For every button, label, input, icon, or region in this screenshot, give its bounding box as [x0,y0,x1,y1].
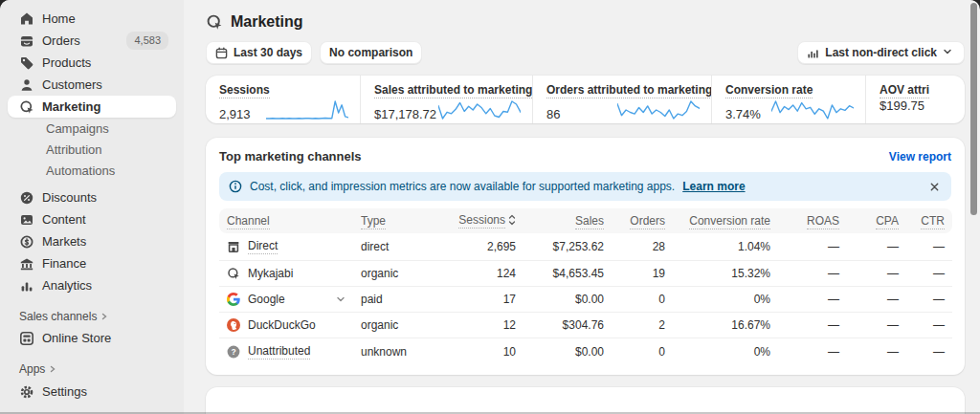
sidebar-item-customers[interactable]: Customers [8,74,176,96]
sort-icon[interactable] [508,214,516,229]
metric-value: 3.74% [725,107,761,121]
sidebar-item-label: Orders [42,33,80,48]
sidebar-item-automations[interactable]: Automations [8,160,176,181]
sidebar-item-discounts[interactable]: Discounts [8,186,176,208]
settings-icon [19,384,34,400]
metric-conversion-rate[interactable]: Conversion rate 3.74% [712,76,866,123]
content-icon [19,212,34,228]
online-store-icon [19,331,34,346]
date-range-button[interactable]: Last 30 days [206,41,312,64]
info-banner: Cost, click, and impression metrics are … [219,172,951,201]
home-icon [19,11,34,27]
chevron-right-icon [49,362,56,376]
sidebar-item-label: Online Store [42,331,111,345]
main-content: Marketing Last 30 days No comparison Las… [184,0,980,414]
column-header-type[interactable]: Type [353,208,447,233]
sidebar-item-label: Automations [46,163,115,178]
duckduckgo-icon [227,318,240,332]
sidebar-item-analytics[interactable]: Analytics [8,274,176,296]
channel-name: Google [248,293,285,306]
top-marketing-channels-card: Top marketing channels View report Cost,… [206,138,965,375]
learn-more-link[interactable]: Learn more [682,180,745,193]
orders-sparkline [617,98,700,121]
view-report-link[interactable]: View report [889,150,951,163]
sidebar-item-orders[interactable]: Orders 4,583 [8,30,176,52]
column-header-sales[interactable]: Sales [523,208,612,233]
chart-icon [807,47,819,59]
calendar-icon [215,47,228,59]
marketing-icon [19,99,34,115]
info-icon [229,180,242,193]
close-icon[interactable] [927,180,942,194]
section-label: Apps [19,362,45,376]
sidebar-item-marketing[interactable]: Marketing [8,96,176,118]
sidebar-item-settings[interactable]: Settings [8,381,176,403]
sidebar-item-label: Analytics [42,278,92,293]
chevron-right-icon [100,310,108,323]
chevron-down-icon[interactable] [336,294,345,304]
sidebar-item-products[interactable]: Products [8,52,176,74]
analytics-icon [19,278,34,294]
sidebar-section-sales-channels[interactable]: Sales channels [8,306,176,327]
table-header-row: Channel Type Sessions Sales Orders Conve… [219,208,952,233]
orders-icon [19,33,34,49]
column-header-ctr[interactable]: CTR [906,208,952,233]
banner-text: Cost, click, and impression metrics are … [250,180,675,193]
sidebar-item-label: Finance [42,256,86,271]
sidebar-item-content[interactable]: Content [8,208,176,230]
discounts-icon [19,190,34,206]
orders-count-badge: 4,583 [126,32,168,50]
sidebar-item-label: Attribution [46,142,102,157]
channel-name: DuckDuckGo [248,318,316,332]
column-header-cpa[interactable]: CPA [847,208,906,233]
chevron-down-icon [943,47,955,59]
metric-aov-attributed[interactable]: AOV attri $199.75 [866,76,965,123]
sidebar-item-label: Markets [42,234,86,249]
sidebar-item-online-store[interactable]: Online Store [8,327,176,349]
channel-name: Unattributed [248,344,310,360]
sidebar-item-label: Home [42,11,76,26]
vertical-scrollbar[interactable] [970,3,977,215]
sidebar-item-attribution[interactable]: Attribution [8,139,176,160]
marketing-icon [206,13,223,31]
sidebar-item-finance[interactable]: Finance [8,252,176,274]
sidebar-item-label: Customers [42,77,102,92]
sidebar-section-apps[interactable]: Apps [8,359,176,380]
sidebar-item-label: Marketing [42,99,100,114]
sidebar-item-campaigns[interactable]: Campaigns [8,118,176,139]
table-row[interactable]: DuckDuckGo organic 12 $304.76 2 16.67% —… [219,313,952,338]
svg-text:?: ? [231,347,235,357]
attribution-model-button[interactable]: Last non-direct click [797,41,965,64]
sidebar-item-label: Campaigns [46,121,109,136]
metric-orders-attributed[interactable]: Orders attributed to marketing 86 [533,76,712,123]
table-row[interactable]: Google paid 17 $0.00 0 0% — — — [219,287,952,313]
metric-value: 86 [546,107,560,121]
next-section-card [206,387,965,414]
channel-name: Direct [248,239,278,254]
section-label: Sales channels [19,310,97,323]
column-header-sessions[interactable]: Sessions [447,208,523,233]
column-header-orders[interactable]: Orders [612,208,673,233]
sidebar-item-markets[interactable]: Markets [8,230,176,252]
table-row[interactable]: Direct direct 2,695 $7,253.62 28 1.04% —… [219,233,952,261]
marketing-icon [227,267,240,280]
table-row[interactable]: Mykajabi organic 124 $4,653.45 19 15.32%… [219,261,952,287]
column-header-roas[interactable]: ROAS [778,208,847,233]
column-header-conversion-rate[interactable]: Conversion rate [673,208,778,233]
card-title: Top marketing channels [219,149,362,163]
sidebar-item-home[interactable]: Home [8,8,176,30]
comparison-button[interactable]: No comparison [320,41,422,64]
page-title: Marketing [231,13,303,31]
metric-sessions[interactable]: Sessions 2,913 [206,76,361,123]
customers-icon [19,77,34,93]
conversion-sparkline [771,98,854,121]
sidebar-item-label: Settings [42,384,87,399]
store-icon [227,240,240,253]
column-header-channel[interactable]: Channel [219,208,353,233]
page-header: Marketing [184,0,980,31]
google-icon [227,293,240,306]
table-row[interactable]: ? Unattributed unknown 10 $0.00 0 0% — —… [219,338,952,366]
sidebar: Home Orders 4,583 Products Customers Mar… [0,0,184,414]
metric-value: $17,178.72 [374,107,436,121]
metric-sales-attributed[interactable]: Sales attributed to marketing $17,178.72 [361,76,533,123]
